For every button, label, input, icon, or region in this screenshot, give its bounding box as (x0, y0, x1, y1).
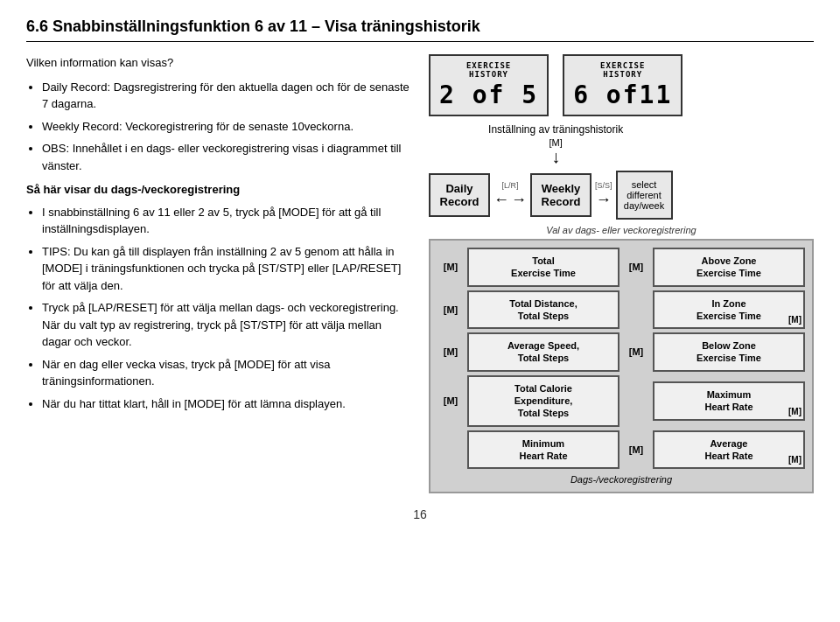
data-box-avg-speed: Average Speed,Total Steps (467, 332, 620, 372)
display-box-2: EXERCISEHISTORY 6 of11 (563, 54, 682, 116)
display-section: EXERCISEHISTORY 2 of 5 EXERCISEHISTORY 6… (429, 54, 814, 165)
m-label: [M] (438, 304, 464, 315)
daily-record-box: DailyRecord (429, 173, 490, 217)
diagram-grid: [M] TotalExercise Time [M] Above ZoneExe… (438, 248, 805, 469)
data-box-above-zone: Above ZoneExercise Time (653, 248, 805, 287)
weekly-record-box: WeeklyRecord (530, 173, 592, 217)
intro-question: Vilken information kan visas? (26, 54, 411, 72)
data-box-max-heart-rate: MaximumHeart Rate [M] (653, 381, 805, 421)
install-label: Inställning av träningshistorik (488, 123, 623, 136)
m-label: [M] (438, 346, 464, 357)
data-box-total-exercise-time: TotalExercise Time (467, 248, 620, 287)
m-label: [M] (623, 262, 649, 272)
data-box-total-calorie: Total CalorieExpenditure,Total Steps (467, 375, 620, 427)
list-item: Weekly Record: Veckoregistrering för de … (42, 118, 411, 136)
page-number: 16 (26, 507, 814, 521)
data-box-in-zone: In ZoneExercise Time [M] (653, 290, 805, 330)
data-box-below-zone: Below ZoneExercise Time (653, 332, 805, 372)
list-item: Tryck på [LAP/RESET] för att välja mella… (42, 299, 411, 351)
data-box-avg-heart-rate: AverageHeart Rate [M] (653, 430, 805, 470)
m-label: [M] (623, 444, 649, 455)
list-item: Daily Record: Dagsregistrering för den a… (42, 79, 411, 113)
list-item: När du har tittat klart, håll in [MODE] … (42, 395, 411, 413)
page-title: 6.6 Snabbinställningsfunktion 6 av 11 – … (26, 17, 814, 42)
steps-bullets: I snabbinställning 6 av 11 eller 2 av 5,… (26, 204, 411, 413)
right-diagram: EXERCISEHISTORY 2 of 5 EXERCISEHISTORY 6… (429, 54, 814, 493)
nav-row: DailyRecord [L/R] ← → WeeklyRecord [S/S]… (429, 171, 814, 220)
list-item: I snabbinställning 6 av 11 eller 2 av 5,… (42, 204, 411, 238)
m-label: [M] (438, 395, 464, 406)
data-box-total-distance: Total Distance,Total Steps (467, 290, 620, 330)
section-heading: Så här visar du dags-/veckoregistrering (26, 181, 411, 199)
m-label: [M] (623, 346, 649, 357)
diagram-container: [M] TotalExercise Time [M] Above ZoneExe… (429, 239, 814, 493)
diagram-footer: Dags-/veckoregistrering (438, 474, 805, 485)
display-box-1: EXERCISEHISTORY 2 of 5 (429, 54, 549, 116)
select-box: selectdifferentday/week (616, 171, 673, 220)
left-content: Vilken information kan visas? Daily Reco… (26, 54, 411, 493)
list-item: När en dag eller vecka visas, tryck på [… (42, 356, 411, 390)
list-item: OBS: Innehållet i en dags- eller veckore… (42, 140, 411, 174)
m-label: [M] (438, 262, 464, 272)
list-item: TIPS: Du kan gå till displayen från inst… (42, 243, 411, 295)
data-box-min-heart-rate: MinimumHeart Rate (467, 430, 620, 470)
display-pair: EXERCISEHISTORY 2 of 5 EXERCISEHISTORY 6… (429, 54, 682, 116)
intro-bullets: Daily Record: Dagsregistrering för den a… (26, 79, 411, 175)
val-label: Val av dags- eller veckoregistrering (429, 225, 814, 235)
